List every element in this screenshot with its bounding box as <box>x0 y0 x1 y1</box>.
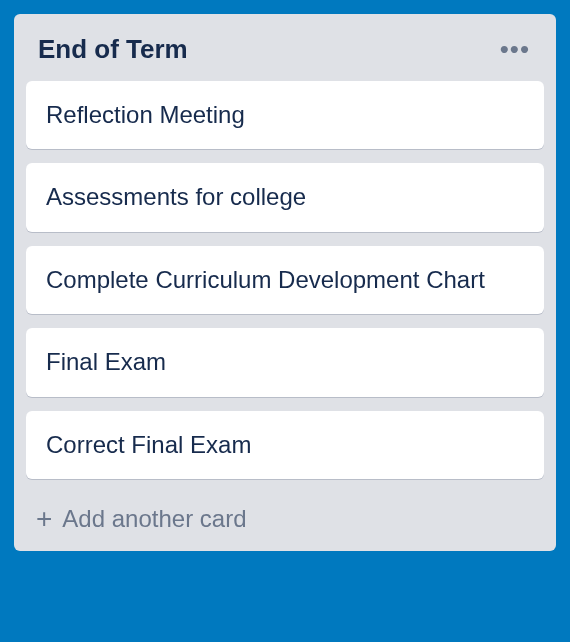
list-card[interactable]: Correct Final Exam <box>26 411 544 479</box>
card-title: Complete Curriculum Development Chart <box>46 266 485 293</box>
card-title: Correct Final Exam <box>46 431 251 458</box>
add-card-button[interactable]: + Add another card <box>26 493 544 543</box>
list-header: End of Term ••• <box>26 28 544 81</box>
list-card[interactable]: Assessments for college <box>26 163 544 231</box>
list-card[interactable]: Final Exam <box>26 328 544 396</box>
card-title: Final Exam <box>46 348 166 375</box>
list-card[interactable]: Reflection Meeting <box>26 81 544 149</box>
add-card-label: Add another card <box>62 505 246 533</box>
card-title: Assessments for college <box>46 183 306 210</box>
list-card[interactable]: Complete Curriculum Development Chart <box>26 246 544 314</box>
list-container: End of Term ••• Reflection Meeting Asses… <box>14 14 556 551</box>
card-title: Reflection Meeting <box>46 101 245 128</box>
more-menu-icon[interactable]: ••• <box>494 39 536 60</box>
list-title[interactable]: End of Term <box>38 34 188 65</box>
plus-icon: + <box>36 505 52 533</box>
